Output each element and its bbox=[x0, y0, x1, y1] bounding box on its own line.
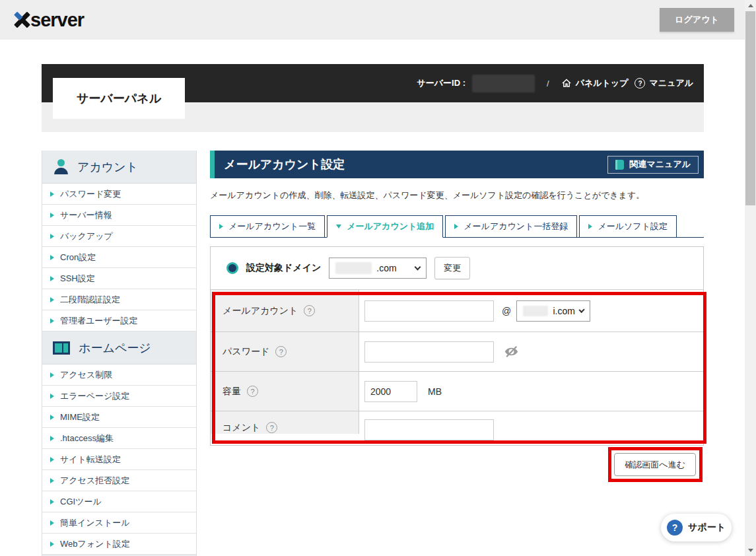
password-value-cell bbox=[359, 332, 703, 371]
chevron-down-icon bbox=[578, 306, 584, 312]
sidebar-item-site-forward[interactable]: サイト転送設定 bbox=[42, 449, 196, 470]
scrollbar-down-arrow[interactable] bbox=[745, 545, 756, 556]
password-input[interactable] bbox=[364, 341, 494, 363]
triangle-icon bbox=[454, 224, 458, 229]
sidebar-item-web-font[interactable]: Webフォント設定 bbox=[42, 534, 196, 555]
logout-button[interactable]: ログアウト bbox=[660, 8, 734, 32]
domain-select[interactable]: .com bbox=[329, 258, 427, 279]
tab-mail-account-bulk[interactable]: メールアカウント一括登録 bbox=[445, 215, 577, 237]
redacted-email-domain bbox=[523, 306, 548, 316]
support-button[interactable]: ? サポート bbox=[661, 514, 732, 541]
scrollbar[interactable] bbox=[745, 0, 756, 556]
sidebar-item-label: Webフォント設定 bbox=[60, 538, 130, 550]
triangle-icon bbox=[50, 520, 54, 526]
change-domain-button[interactable]: 変更 bbox=[434, 257, 470, 279]
tab-mail-soft-settings[interactable]: メールソフト設定 bbox=[579, 215, 677, 237]
sidebar-item-label: アクセス制限 bbox=[60, 369, 112, 381]
sidebar-item-htaccess[interactable]: .htaccess編集 bbox=[42, 428, 196, 449]
help-icon[interactable]: ? bbox=[275, 346, 287, 357]
confirm-button[interactable]: 確認画面へ進む bbox=[614, 453, 696, 476]
redacted-domain bbox=[335, 262, 372, 274]
help-icon[interactable]: ? bbox=[266, 422, 277, 433]
header-separator: / bbox=[547, 79, 549, 88]
tab-mail-account-list[interactable]: メールアカウント一覧 bbox=[210, 215, 325, 237]
sidebar-item-label: サーバー情報 bbox=[60, 209, 112, 221]
home-icon bbox=[561, 78, 572, 88]
triangle-icon bbox=[50, 297, 54, 302]
sidebar-item-access-deny[interactable]: アクセス拒否設定 bbox=[42, 470, 196, 491]
sidebar-section-title: ホームページ bbox=[79, 340, 151, 356]
email-account-input[interactable] bbox=[364, 300, 494, 322]
triangle-icon bbox=[50, 234, 54, 239]
sidebar-item-backup[interactable]: バックアップ bbox=[42, 226, 196, 247]
sidebar-item-label: SSH設定 bbox=[60, 273, 95, 285]
email-account-row: メールアカウント ? @ i.com bbox=[211, 289, 703, 331]
triangle-icon bbox=[50, 541, 54, 547]
quota-unit: MB bbox=[428, 386, 442, 397]
sidebar-section-homepage: ホームページ bbox=[42, 331, 196, 365]
email-domain-value: i.com bbox=[553, 306, 574, 316]
eye-off-icon[interactable] bbox=[503, 343, 520, 360]
triangle-icon bbox=[50, 213, 54, 218]
email-domain-select[interactable]: i.com bbox=[516, 300, 590, 322]
server-panel-title-box: サーバーパネル bbox=[53, 78, 185, 119]
server-panel-title: サーバーパネル bbox=[77, 90, 161, 106]
quota-input[interactable] bbox=[364, 381, 417, 402]
target-domain-row: 設定対象ドメイン .com 変更 bbox=[211, 247, 703, 289]
chevron-down-icon bbox=[415, 264, 421, 271]
sidebar-item-label: CGIツール bbox=[60, 496, 102, 508]
comment-row: コメント ? bbox=[211, 411, 703, 446]
triangle-icon bbox=[50, 255, 54, 260]
email-account-label-cell: メールアカウント ? bbox=[211, 290, 359, 331]
sidebar-item-easy-install[interactable]: 簡単インストール bbox=[42, 512, 196, 534]
related-manual-button[interactable]: 関連マニュアル bbox=[607, 156, 699, 174]
sidebar-item-cron[interactable]: Cron設定 bbox=[42, 247, 196, 268]
comment-label-cell: コメント ? bbox=[211, 411, 359, 434]
panel-top-link[interactable]: パネルトップ bbox=[561, 77, 629, 89]
triangle-icon bbox=[50, 436, 54, 441]
comment-input[interactable] bbox=[364, 419, 494, 440]
quota-label: 容量 bbox=[223, 386, 241, 398]
sidebar-item-label: バックアップ bbox=[60, 230, 113, 242]
logo-text: server bbox=[30, 9, 84, 31]
help-icon[interactable]: ? bbox=[247, 386, 258, 397]
scrollbar-up-arrow[interactable] bbox=[745, 0, 756, 11]
password-row: パスワード ? bbox=[211, 331, 703, 371]
tab-mail-account-add[interactable]: メールアカウント追加 bbox=[327, 215, 443, 238]
mail-account-form: 設定対象ドメイン .com 変更 メールアカウント ? @ bbox=[210, 246, 704, 446]
sidebar-item-mime[interactable]: MIME設定 bbox=[42, 407, 196, 428]
main-content: メールアカウント設定 関連マニュアル メールアカウントの作成、削除、転送設定、パ… bbox=[210, 151, 704, 446]
triangle-icon bbox=[50, 276, 54, 281]
sidebar-item-label: エラーページ設定 bbox=[60, 390, 129, 402]
triangle-icon bbox=[50, 191, 54, 197]
tab-label: メールソフト設定 bbox=[598, 221, 668, 232]
sidebar-item-error-page[interactable]: エラーページ設定 bbox=[42, 386, 196, 407]
sidebar-item-label: アクセス拒否設定 bbox=[60, 475, 129, 487]
scrollbar-thumb[interactable] bbox=[745, 11, 755, 205]
tab-label: メールアカウント追加 bbox=[347, 221, 434, 232]
manual-link[interactable]: ? マニュアル bbox=[635, 77, 693, 89]
password-label-cell: パスワード ? bbox=[211, 332, 359, 371]
arrow-up-icon bbox=[748, 4, 753, 7]
email-account-label: メールアカウント bbox=[223, 305, 298, 317]
quota-label-cell: 容量 ? bbox=[211, 372, 359, 411]
redacted-server-id bbox=[472, 75, 535, 92]
sidebar-item-label: .htaccess編集 bbox=[60, 433, 114, 444]
sidebar-item-ssh[interactable]: SSH設定 bbox=[42, 268, 196, 289]
at-sign: @ bbox=[502, 306, 511, 316]
sidebar-item-2fa[interactable]: 二段階認証設定 bbox=[42, 289, 196, 310]
sidebar-section-title: アカウント bbox=[77, 159, 138, 175]
sidebar-item-admin-user[interactable]: 管理者ユーザー設定 bbox=[42, 310, 196, 331]
quota-value-cell: MB bbox=[359, 372, 703, 411]
sidebar-item-access-limit[interactable]: アクセス制限 bbox=[42, 365, 196, 386]
sidebar-item-label: 簡単インストール bbox=[60, 517, 130, 529]
page-title: メールアカウント設定 bbox=[224, 156, 345, 172]
sidebar-item-server-info[interactable]: サーバー情報 bbox=[42, 205, 196, 226]
user-icon bbox=[53, 159, 69, 175]
xserver-logo[interactable]: server bbox=[13, 9, 84, 31]
triangle-icon bbox=[50, 372, 54, 378]
help-icon[interactable]: ? bbox=[304, 305, 315, 316]
tab-label: メールアカウント一覧 bbox=[228, 221, 316, 232]
sidebar-item-password-change[interactable]: パスワード変更 bbox=[42, 184, 196, 205]
sidebar-item-cgi-tools[interactable]: CGIツール bbox=[42, 491, 196, 512]
